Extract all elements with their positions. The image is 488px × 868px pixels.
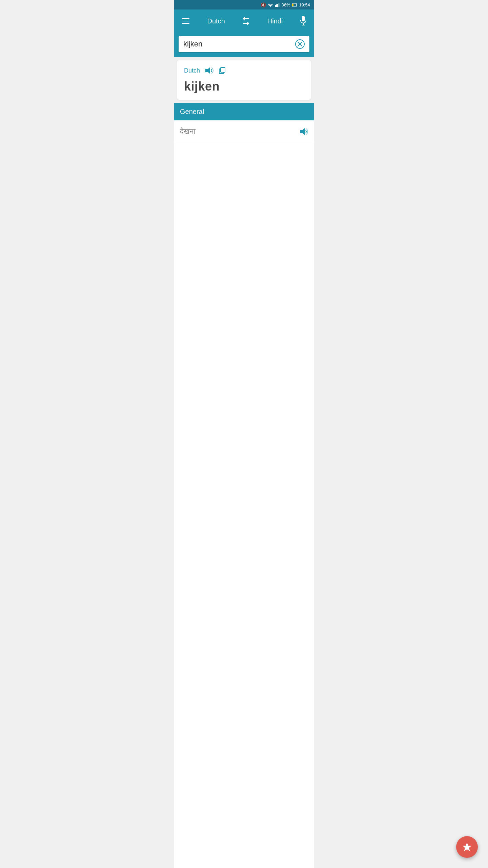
svg-rect-3 [279,3,280,7]
clear-search-button[interactable] [295,39,305,49]
svg-marker-15 [300,128,305,135]
target-language-selector[interactable]: Hindi [267,17,283,25]
search-input-wrapper [179,36,309,52]
source-word-text: kijken [184,79,304,94]
battery-text: 36% [281,2,290,7]
svg-rect-7 [302,16,305,21]
source-sound-icon[interactable] [205,67,214,74]
search-bar [174,33,314,57]
wifi-icon [268,3,273,7]
source-card-header: Dutch [184,66,304,75]
mute-icon: 🔇 [261,2,266,7]
svg-rect-14 [221,67,225,72]
nav-bar: Dutch Hindi [174,9,314,33]
section-title: General [180,108,204,115]
svg-rect-1 [276,4,277,7]
source-copy-icon[interactable] [218,66,226,75]
svg-rect-2 [277,4,278,7]
microphone-icon[interactable] [299,16,307,26]
section-header: General [174,103,314,120]
time-text: 19:54 [299,2,310,7]
swap-languages-icon[interactable] [241,17,251,25]
svg-rect-6 [292,4,293,6]
translation-word-text: देखना [180,127,196,136]
translation-result-item: देखना [174,120,314,143]
source-language-label: Dutch [184,67,200,74]
svg-marker-12 [205,67,210,74]
source-language-selector[interactable]: Dutch [207,17,225,25]
translation-sound-icon[interactable] [299,128,308,135]
svg-rect-0 [275,5,276,7]
battery-icon [292,3,297,7]
status-icons: 🔇 36% 19:54 [261,2,310,7]
source-word-card: Dutch kijken [177,60,311,100]
status-bar: 🔇 36% 19:54 [174,0,314,9]
hamburger-menu-icon[interactable] [181,17,191,25]
search-input[interactable] [183,40,295,48]
main-content-area [174,143,314,868]
signal-icon [275,3,280,7]
svg-rect-5 [297,4,298,6]
